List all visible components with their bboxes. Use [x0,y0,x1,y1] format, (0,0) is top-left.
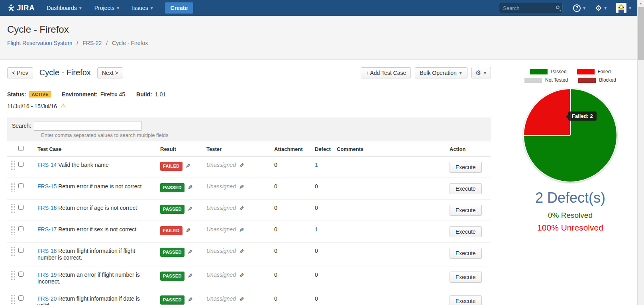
pie-chart[interactable] [523,88,617,182]
table-search-band: Search: Enter comma separated values to … [7,117,491,141]
edit-result-pencil-icon[interactable]: ✎ [186,227,191,233]
chevron-down-icon: ▼ [116,6,120,10]
test-case-key-link[interactable]: FRS-19 [37,272,57,278]
col-header-tester: Tester [200,141,267,156]
edit-tester-pencil-icon[interactable]: ✎ [239,184,244,190]
test-case-key-link[interactable]: FRS-20 [37,295,57,302]
edit-result-pencil-icon[interactable]: ✎ [188,206,193,212]
nav-dashboards[interactable]: Dashboards▼ [47,5,82,11]
drag-handle[interactable] [11,225,15,235]
col-header-comments: Comments [330,141,450,156]
execute-button[interactable]: Execute [450,183,482,194]
test-case-key-link[interactable]: FRS-15 [37,183,57,190]
execution-chart-panel: PassedFailedNot TestedBlocked Failed: 2 … [503,66,637,233]
test-case-title: Return error if sex is not correct [58,226,136,233]
edit-tester-pencil-icon[interactable]: ✎ [239,248,244,254]
execute-button[interactable]: Execute [450,248,482,259]
edit-tester-pencil-icon[interactable]: ✎ [239,272,244,278]
create-button[interactable]: Create [165,2,194,14]
defect-count[interactable]: 1 [315,226,318,233]
drag-handle[interactable] [11,271,15,280]
drag-handle[interactable] [11,161,15,170]
tester-value: Unassigned [206,162,236,168]
drag-handle[interactable] [11,247,15,256]
row-checkbox[interactable] [18,205,24,210]
edit-tester-pencil-icon[interactable]: ✎ [239,205,244,211]
next-cycle-button[interactable]: Next > [97,67,123,78]
edit-result-pencil-icon[interactable]: ✎ [186,163,191,169]
test-case-search-input[interactable] [34,121,141,131]
nav-projects[interactable]: Projects▼ [94,5,120,11]
nav-issues[interactable]: Issues▼ [132,5,153,11]
row-checkbox[interactable] [18,226,24,231]
top-navbar: JIRA Dashboards▼ Projects▼ Issues▼ Creat… [0,0,644,16]
window-scrollbar[interactable]: ▲ [637,0,644,305]
drag-handle[interactable] [11,295,15,304]
legend-swatch [530,69,548,74]
global-search-input[interactable] [499,3,563,13]
execute-button[interactable]: Execute [450,295,482,305]
edit-tester-pencil-icon[interactable]: ✎ [239,296,244,302]
breadcrumb-current: Cycle - Firefox [112,40,148,46]
result-badge: FAILED [160,162,183,171]
execute-button[interactable]: Execute [450,226,482,237]
admin-gear-icon[interactable]: ⚙ [595,4,602,12]
row-checkbox[interactable] [18,183,24,188]
chevron-down-icon: ▼ [483,71,487,75]
chevron-down-icon: ▼ [79,6,82,10]
help-icon[interactable]: ? [573,4,581,12]
edit-result-pencil-icon[interactable]: ✎ [188,249,193,255]
row-checkbox[interactable] [18,248,24,253]
pie-tooltip: Failed: 2 [568,111,597,121]
execute-button[interactable]: Execute [450,205,482,216]
execute-button[interactable]: Execute [450,162,482,173]
test-case-key-link[interactable]: FRS-17 [37,226,57,233]
drag-handle[interactable] [11,204,15,213]
status-badge: ACTIVE [29,91,51,98]
defect-count: 0 [315,183,318,190]
tester-value: Unassigned [206,226,236,233]
col-header-action: Action [450,141,491,156]
col-header-defect: Defect [308,141,330,156]
edit-result-pencil-icon[interactable]: ✎ [188,184,193,190]
edit-result-pencil-icon[interactable]: ✎ [188,273,193,279]
breadcrumb-project-link[interactable]: Flight Reservation System [7,40,72,46]
bulk-operation-button[interactable]: Bulk Operation▼ [415,67,467,78]
prev-cycle-button[interactable]: < Prev [7,67,33,78]
user-avatar[interactable] [616,3,626,13]
execute-button[interactable]: Execute [450,272,482,283]
scrollbar-thumb[interactable] [638,7,644,60]
edit-tester-pencil-icon[interactable]: ✎ [239,227,244,233]
legend-swatch [524,78,542,83]
jira-logo[interactable]: JIRA [7,4,35,12]
add-test-case-button[interactable]: + Add Test Case [361,67,411,78]
cycle-settings-button[interactable]: ⚙▼ [471,67,491,78]
avatar-image [618,4,624,13]
drag-handle[interactable] [11,182,15,192]
test-case-key-link[interactable]: FRS-18 [37,248,57,254]
breadcrumb-issue-link[interactable]: FRS-22 [82,40,102,46]
row-checkbox[interactable] [18,272,24,277]
test-case-key-link[interactable]: FRS-16 [37,205,57,211]
attachment-count: 0 [274,162,277,168]
row-checkbox[interactable] [18,295,24,301]
result-badge: PASSED [160,272,185,281]
attachment-count: 0 [274,295,277,302]
table-row: FRS-18 Return flight information if flig… [7,242,491,266]
cycle-name: Cycle - Firefox [39,68,91,77]
edit-result-pencil-icon[interactable]: ✎ [188,297,193,303]
scroll-up-arrow[interactable]: ▲ [638,0,644,7]
result-badge: PASSED [160,205,185,214]
status-label: Status: [7,91,26,98]
result-badge: FAILED [160,226,183,235]
defect-count[interactable]: 1 [315,162,318,168]
environment-value: Firefox 45 [100,91,125,98]
row-checkbox[interactable] [18,162,24,167]
jira-logo-text: JIRA [17,4,35,12]
warning-icon[interactable]: ⚠ [60,103,66,109]
legend-item-failed: Failed [577,69,611,74]
edit-tester-pencil-icon[interactable]: ✎ [239,162,244,168]
tester-value: Unassigned [206,183,236,190]
select-all-checkbox[interactable] [18,146,24,151]
test-case-key-link[interactable]: FRS-14 [37,162,57,168]
